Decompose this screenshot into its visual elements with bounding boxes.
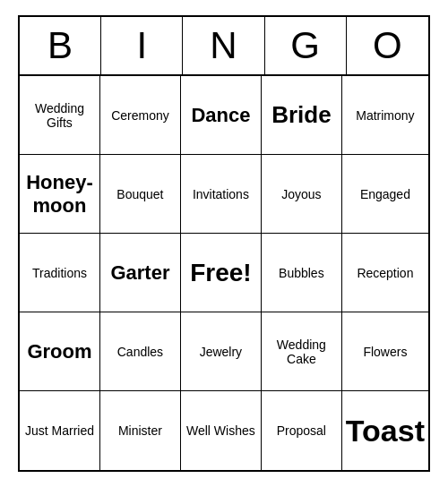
bingo-grid: Wedding GiftsCeremonyDanceBrideMatrimony… (20, 76, 428, 470)
bingo-cell: Engaged (342, 155, 428, 234)
bingo-cell: Bubbles (262, 234, 342, 312)
bingo-cell: Minister (100, 391, 181, 470)
bingo-cell: Just Married (20, 391, 100, 470)
bingo-cell: Well Wishes (181, 391, 262, 470)
bingo-card: BINGO Wedding GiftsCeremonyDanceBrideMat… (18, 15, 430, 472)
bingo-cell: Wedding Gifts (20, 76, 100, 155)
bingo-cell: Candles (100, 312, 181, 391)
bingo-cell: Reception (342, 234, 428, 312)
bingo-cell: Ceremony (100, 76, 181, 155)
bingo-cell: Groom (20, 312, 100, 391)
bingo-cell: Matrimony (342, 76, 428, 155)
header-letter: O (347, 17, 428, 74)
bingo-cell: Dance (181, 76, 262, 155)
header-letter: G (265, 17, 347, 74)
header-letter: I (101, 17, 183, 74)
bingo-cell: Wedding Cake (262, 312, 342, 391)
bingo-cell: Garter (100, 234, 181, 312)
bingo-cell: Flowers (342, 312, 428, 391)
bingo-cell: Invitations (181, 155, 262, 234)
bingo-cell: Toast (342, 391, 428, 470)
bingo-cell: Proposal (262, 391, 342, 470)
bingo-cell: Jewelry (181, 312, 262, 391)
bingo-cell: Joyous (262, 155, 342, 234)
bingo-cell: Free! (181, 234, 262, 312)
bingo-cell: Bride (262, 76, 342, 155)
header-letter: N (183, 17, 264, 74)
bingo-cell: Bouquet (100, 155, 181, 234)
bingo-cell: Honey-moon (20, 155, 100, 234)
header-letter: B (20, 17, 101, 74)
bingo-cell: Traditions (20, 234, 100, 312)
bingo-header: BINGO (20, 17, 428, 76)
